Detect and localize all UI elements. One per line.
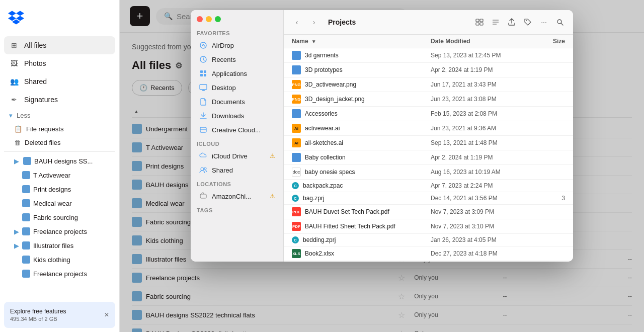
finder-item-recents[interactable]: Recents (193, 52, 281, 66)
amazon-icon (199, 192, 208, 201)
folder-icon (292, 51, 301, 60)
back-button[interactable]: ‹ (290, 15, 304, 29)
finder-item-amazon[interactable]: AmazonChi... ⚠ (193, 189, 281, 203)
c-file-icon: C (292, 182, 299, 189)
finder-file-row[interactable]: docbaby onesie specs Aug 16, 2023 at 10:… (284, 165, 573, 180)
finder-item-desktop[interactable]: Desktop (193, 80, 281, 95)
finder-item-shared[interactable]: Shared (193, 163, 281, 177)
finder-item-label: Documents (212, 98, 245, 106)
finder-file-row[interactable]: PNG3D_activewear.png Jun 17, 2021 at 3:4… (284, 77, 573, 92)
finder-toolbar-right: ··· (472, 15, 567, 29)
close-banner-button[interactable]: ✕ (104, 311, 109, 318)
finder-files-header: Name ▼ Date Modified Size (284, 35, 573, 48)
col-name-header[interactable]: Name ▼ (292, 38, 431, 45)
share-button[interactable] (505, 15, 519, 29)
png-file-icon: PNG (292, 95, 301, 104)
folder-illustrator-files[interactable]: ▶ Illustrator files (4, 238, 115, 253)
folder-label: Illustrator files (33, 242, 73, 250)
sidebar-item-label: Shared (24, 77, 47, 86)
minimize-window-button[interactable] (206, 16, 212, 22)
favorites-section-label: Favorites (191, 26, 283, 38)
svg-rect-2 (200, 70, 203, 73)
folder-fabric-sourcing[interactable]: Fabric sourcing (4, 210, 115, 224)
sidebar-item-label: Photos (24, 59, 46, 67)
col-size-header: Size (535, 38, 565, 45)
search-button[interactable] (553, 15, 567, 29)
finder-file-row[interactable]: PDFBAUH Duvet Set Tech Pack.pdf Nov 7, 2… (284, 205, 573, 219)
folder-medical-wear-2[interactable]: Freelance projects (4, 267, 115, 281)
finder-file-row[interactable]: XLSBook2.xlsx Dec 27, 2023 at 4:18 PM (284, 246, 573, 261)
tag-button[interactable] (521, 15, 535, 29)
documents-icon (199, 97, 208, 106)
warning-icon: ⚠ (270, 152, 275, 159)
folder-freelance-projects[interactable]: ▶ Freelance projects (4, 224, 115, 238)
maximize-window-button[interactable] (215, 16, 221, 22)
ai-file-icon: Ai (292, 124, 301, 133)
finder-item-documents[interactable]: Documents (193, 95, 281, 109)
doc-file-icon: doc (292, 168, 301, 177)
finder-item-label: Desktop (212, 84, 236, 92)
finder-item-downloads[interactable]: Downloads (193, 109, 281, 123)
folder-color-icon (22, 270, 30, 278)
finder-titlebar (191, 10, 283, 26)
sort-button[interactable] (489, 15, 503, 29)
photos-icon: 🖼 (9, 58, 19, 68)
sidebar-item-deleted-files[interactable]: 🗑 Deleted files (4, 136, 115, 149)
finder-file-row[interactable]: 3d garments Sep 13, 2023 at 12:45 PM (284, 48, 573, 63)
finder-file-row[interactable]: Cbag.zprj Dec 14, 2021 at 3:56 PM 3 (284, 192, 573, 205)
finder-item-airdrop[interactable]: AirDrop (193, 38, 281, 52)
folder-label: Freelance projects (33, 270, 87, 278)
finder-file-row[interactable]: Cbedding.zprj Jan 26, 2023 at 4:05 PM (284, 234, 573, 246)
view-options-button[interactable] (472, 15, 487, 29)
sidebar-item-photos[interactable]: 🖼 Photos (4, 54, 115, 72)
finder-files-list: 3d garments Sep 13, 2023 at 12:45 PM 3D … (284, 48, 573, 262)
folder-bauh-designs[interactable]: ▶ BAUH designs SS... (4, 154, 115, 168)
finder-sidebar: Favorites AirDrop Recents (191, 10, 284, 262)
forward-button[interactable]: › (307, 15, 321, 29)
finder-item-label: Recents (212, 56, 236, 63)
sidebar-item-label: Signatures (24, 96, 58, 104)
sidebar-item-signatures[interactable]: ✒ Signatures (4, 91, 115, 109)
finder-file-row[interactable]: Cbackpack.zpac Apr 7, 2023 at 2:24 PM (284, 180, 573, 192)
finder-file-row[interactable]: Aiall-sketches.ai Sep 13, 2021 at 1:48 P… (284, 136, 573, 150)
folder-icon (292, 109, 301, 118)
folder-kids-clothing-top[interactable]: Kids clothing (4, 253, 115, 267)
dropbox-logo (0, 0, 119, 36)
svg-point-0 (200, 42, 206, 48)
finder-file-row[interactable]: Aiactivewear.ai Jun 23, 2021 at 9:36 AM (284, 121, 573, 136)
folder-color-icon (22, 171, 30, 179)
finder-file-row[interactable]: PDFBAUH Fitted Sheet Tech Pack.pdf Nov 7… (284, 219, 573, 234)
finder-item-icloud-drive[interactable]: iCloud Drive ⚠ (193, 149, 281, 163)
pdf-file-icon: PDF (292, 207, 301, 216)
folder-print-designs[interactable]: Print designs (4, 182, 115, 196)
svg-point-22 (526, 20, 527, 21)
finder-file-row[interactable]: Carabiners Feb 15, 2023 at 1:48 PM (284, 261, 573, 262)
finder-window: Favorites AirDrop Recents (191, 10, 573, 262)
finder-item-applications[interactable]: Applications (193, 66, 281, 80)
finder-item-label: Downloads (212, 112, 244, 120)
creative-cloud-icon (199, 125, 208, 134)
explore-features-banner[interactable]: Explore free features 495.34 MB of 2 GB … (4, 302, 115, 328)
folder-label: Print designs (33, 186, 71, 193)
folder-t-activewear[interactable]: T Activewear (4, 168, 115, 182)
finder-file-row[interactable]: 3D prototypes Apr 2, 2024 at 1:19 PM (284, 63, 573, 77)
icloud-drive-icon (199, 151, 208, 160)
folder-icon (292, 65, 301, 74)
finder-item-label: Creative Cloud... (212, 126, 261, 134)
close-window-button[interactable] (197, 16, 203, 22)
finder-file-row[interactable]: Accessories Feb 15, 2023 at 2:08 PM (284, 107, 573, 121)
finder-file-row[interactable]: PNG3D_design_jacket.png Jun 23, 2021 at … (284, 92, 573, 107)
less-toggle[interactable]: ▾ Less (4, 109, 115, 122)
applications-icon (199, 69, 208, 78)
folder-medical-wear[interactable]: Medical wear (4, 196, 115, 210)
finder-item-creative-cloud[interactable]: Creative Cloud... (193, 123, 281, 137)
sidebar-item-all-files[interactable]: ⊞ All files (4, 36, 115, 54)
finder-file-row[interactable]: Baby collection Apr 2, 2024 at 1:19 PM (284, 150, 573, 165)
svg-rect-17 (476, 23, 479, 25)
pdf-file-icon: PDF (292, 222, 301, 231)
locations-section-label: Locations (191, 177, 283, 189)
signatures-icon: ✒ (9, 95, 19, 105)
more-button[interactable]: ··· (537, 15, 551, 29)
sidebar-item-file-requests[interactable]: 📋 File requests (4, 122, 115, 136)
sidebar-item-shared[interactable]: 👥 Shared (4, 72, 115, 91)
